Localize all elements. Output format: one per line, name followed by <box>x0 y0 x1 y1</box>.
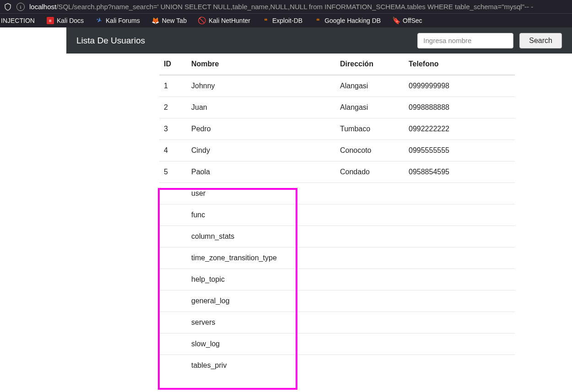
bookmark-kali-docs[interactable]: ≡Kali Docs <box>44 14 86 27</box>
cell-id <box>159 355 187 376</box>
table-row: column_stats <box>159 226 515 247</box>
cell-direccion <box>335 355 404 376</box>
browser-chrome: i localhost/SQL/search.php?name_search='… <box>0 0 572 27</box>
search-input[interactable] <box>417 33 513 48</box>
cell-id <box>159 247 187 269</box>
bookmark-label: New Tab <box>162 17 187 24</box>
page-navbar: Lista De Usuarios Search <box>66 27 572 54</box>
cell-id <box>159 312 187 333</box>
info-icon[interactable]: i <box>16 3 25 11</box>
table-body: 1JohnnyAlangasi09999999982JuanAlangasi09… <box>159 75 515 376</box>
page-body: Lista De Usuarios Search ID Nombre Direc… <box>0 27 572 376</box>
cell-id <box>159 226 187 247</box>
table-row: slow_log <box>159 333 515 355</box>
bookmark-icon: ❝ <box>262 17 270 24</box>
bookmark-icon: ≡ <box>47 17 54 24</box>
left-margin <box>0 27 66 376</box>
url-box[interactable]: i localhost/SQL/search.php?name_search='… <box>16 3 568 11</box>
shield-icon[interactable] <box>4 3 12 11</box>
cell-telefono <box>404 355 515 376</box>
nav-right: Search <box>417 33 562 48</box>
cell-telefono <box>404 312 515 333</box>
table-row: help_topic <box>159 269 515 290</box>
url-bar: i localhost/SQL/search.php?name_search='… <box>0 0 572 14</box>
search-button[interactable]: Search <box>519 33 562 48</box>
cell-nombre: tables_priv <box>187 355 335 376</box>
bookmark-google-hacking-db[interactable]: ❝Google Hacking DB <box>312 14 383 27</box>
page-title: Lista De Usuarios <box>76 36 145 46</box>
cell-id: 4 <box>159 140 187 161</box>
cell-id <box>159 290 187 312</box>
bookmark-kali-forums[interactable]: ✈Kali Forums <box>93 14 143 27</box>
cell-telefono: 0992222222 <box>404 118 515 140</box>
cell-nombre: Juan <box>187 97 335 118</box>
cell-direccion <box>335 226 404 247</box>
cell-id <box>159 183 187 204</box>
cell-nombre: Pedro <box>187 118 335 140</box>
cell-nombre: servers <box>187 312 335 333</box>
cell-direccion <box>335 269 404 290</box>
cell-direccion <box>335 333 404 355</box>
cell-direccion <box>335 204 404 226</box>
table-row: tables_priv <box>159 355 515 376</box>
cell-nombre: user <box>187 183 335 204</box>
cell-nombre: general_log <box>187 290 335 312</box>
cell-nombre: time_zone_transition_type <box>187 247 335 269</box>
cell-direccion <box>335 290 404 312</box>
cell-id <box>159 333 187 355</box>
cell-direccion: Tumbaco <box>335 118 404 140</box>
table-row: user <box>159 183 515 204</box>
table-row: 5PaolaCondado0958854595 <box>159 161 515 183</box>
th-nombre: Nombre <box>187 54 335 75</box>
bookmark-injection[interactable]: INJECTION <box>0 14 38 27</box>
cell-direccion <box>335 183 404 204</box>
bookmark-label: OffSec <box>403 17 422 24</box>
bookmark-label: Google Hacking DB <box>324 17 381 24</box>
bookmark-label: INJECTION <box>1 17 35 24</box>
bookmark-label: Kali Forums <box>106 17 140 24</box>
bookmark-label: Exploit-DB <box>272 17 302 24</box>
cell-nombre: help_topic <box>187 269 335 290</box>
cell-telefono <box>404 333 515 355</box>
table-row: time_zone_transition_type <box>159 247 515 269</box>
table-row: servers <box>159 312 515 333</box>
cell-direccion: Alangasi <box>335 75 404 97</box>
table-wrap: ID Nombre Dirección Telefono 1JohnnyAlan… <box>66 54 572 376</box>
cell-telefono <box>404 290 515 312</box>
cell-id: 5 <box>159 161 187 183</box>
cell-telefono <box>404 226 515 247</box>
cell-telefono: 0958854595 <box>404 161 515 183</box>
cell-nombre: column_stats <box>187 226 335 247</box>
table-row: 3PedroTumbaco0992222222 <box>159 118 515 140</box>
bookmarks-bar: INJECTION≡Kali Docs✈Kali Forums🦊New Tab🚫… <box>0 14 572 27</box>
bookmark-icon: ❝ <box>314 17 322 24</box>
bookmark-label: Kali Docs <box>57 17 84 24</box>
cell-direccion <box>335 312 404 333</box>
bookmark-kali-nethunter[interactable]: 🚫Kali NetHunter <box>196 14 253 27</box>
bookmark-exploit-db[interactable]: ❝Exploit-DB <box>259 14 305 27</box>
cell-nombre: Paola <box>187 161 335 183</box>
cell-telefono: 0998888888 <box>404 97 515 118</box>
cell-direccion <box>335 247 404 269</box>
cell-telefono <box>404 247 515 269</box>
cell-id: 2 <box>159 97 187 118</box>
table-row: 1JohnnyAlangasi0999999998 <box>159 75 515 97</box>
cell-nombre: slow_log <box>187 333 335 355</box>
cell-id: 1 <box>159 75 187 97</box>
th-direccion: Dirección <box>335 54 404 75</box>
table-row: general_log <box>159 290 515 312</box>
bookmark-offsec[interactable]: 🔖OffSec <box>390 14 425 27</box>
bookmark-icon: 🚫 <box>199 17 206 24</box>
bookmark-new-tab[interactable]: 🦊New Tab <box>149 14 189 27</box>
bookmark-icon: ✈ <box>95 16 104 26</box>
cell-direccion: Conocoto <box>335 140 404 161</box>
bookmark-label: Kali NetHunter <box>209 17 250 24</box>
cell-telefono: 0999999998 <box>404 75 515 97</box>
cell-id: 3 <box>159 118 187 140</box>
users-table: ID Nombre Dirección Telefono 1JohnnyAlan… <box>159 54 515 376</box>
cell-telefono <box>404 269 515 290</box>
cell-nombre: Cindy <box>187 140 335 161</box>
url-path: /SQL/search.php?name_search=' UNION SELE… <box>56 3 533 11</box>
cell-telefono <box>404 204 515 226</box>
cell-direccion: Condado <box>335 161 404 183</box>
